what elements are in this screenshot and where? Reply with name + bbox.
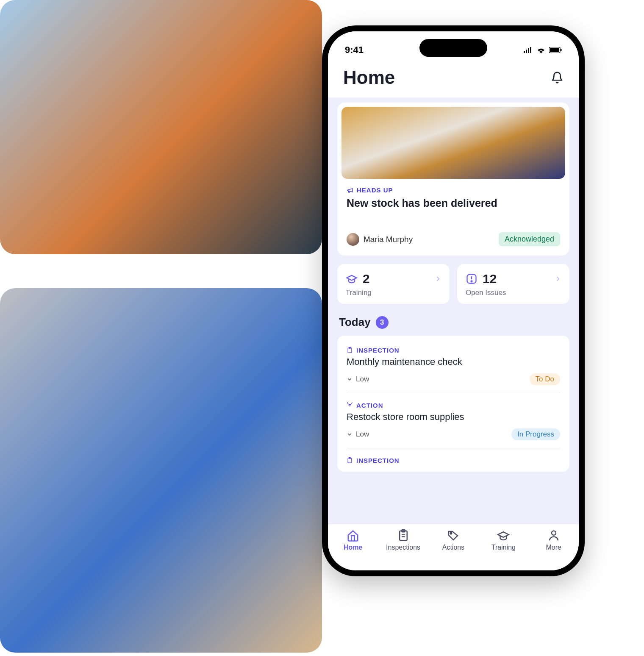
task-status: To Do [530, 373, 560, 385]
phone-notch [419, 39, 487, 57]
today-heading: Today 3 [339, 316, 568, 329]
today-count-pill: 3 [376, 316, 389, 329]
tab-more[interactable]: More [531, 529, 577, 551]
task-title: Monthly maintenance check [347, 356, 560, 367]
tab-home[interactable]: Home [330, 529, 376, 551]
svg-rect-0 [524, 51, 525, 53]
training-tile[interactable]: 2 Training [337, 264, 450, 304]
task-item[interactable]: INSPECTION Monthly maintenance check Low… [347, 338, 560, 393]
background-photo-worker [0, 0, 322, 254]
tab-bar: Home Inspections Actions Training More [328, 524, 579, 570]
wifi-icon [536, 47, 546, 53]
svg-rect-1 [526, 50, 527, 53]
graduation-cap-icon [497, 529, 510, 542]
graduation-cap-icon [346, 273, 358, 285]
task-priority[interactable]: Low [347, 375, 369, 384]
svg-point-9 [471, 281, 472, 282]
card-image-warehouse [341, 107, 565, 179]
person-icon [547, 529, 560, 542]
alert-icon [466, 273, 477, 285]
cellular-icon [524, 47, 533, 53]
svg-rect-3 [530, 47, 531, 53]
issues-count: 12 [483, 272, 497, 286]
tab-training[interactable]: Training [480, 529, 526, 551]
acknowledged-badge: Acknowledged [499, 232, 560, 246]
task-priority[interactable]: Low [347, 430, 369, 439]
heads-up-card[interactable]: HEADS UP New stock has been delivered Ma… [337, 103, 569, 256]
training-label: Training [346, 289, 441, 297]
training-count: 2 [363, 272, 370, 286]
clipboard-icon [347, 457, 353, 464]
task-title: Restock store room supplies [347, 411, 560, 423]
tab-actions[interactable]: Actions [430, 529, 476, 551]
heads-up-author: Maria Murphy [347, 233, 413, 246]
clipboard-icon [397, 529, 410, 542]
clipboard-icon [347, 347, 353, 353]
battery-icon [549, 47, 562, 53]
phone-frame: 9:41 Home HEADS UP New s [322, 25, 585, 576]
chevron-right-icon [434, 275, 442, 283]
svg-rect-2 [528, 48, 529, 53]
issues-label: Open Issues [466, 289, 561, 297]
page-title: Home [343, 67, 395, 88]
background-photo-manager [0, 288, 322, 653]
chevron-right-icon [554, 275, 562, 283]
notifications-icon[interactable] [551, 71, 564, 84]
page-header: Home [328, 61, 579, 97]
content-scroll[interactable]: HEADS UP New stock has been delivered Ma… [328, 97, 579, 524]
chevron-down-icon [347, 376, 353, 382]
svg-point-12 [347, 402, 352, 405]
svg-rect-5 [550, 48, 559, 52]
stat-row: 2 Training 12 Open Issues [337, 264, 569, 304]
tag-icon [447, 529, 460, 542]
check-circle-icon [347, 402, 353, 409]
heads-up-title: New stock has been delivered [347, 197, 560, 209]
task-type: ACTION [347, 402, 560, 409]
task-type: INSPECTION [347, 457, 560, 464]
heads-up-eyebrow: HEADS UP [347, 186, 560, 194]
task-item[interactable]: ACTION Restock store room supplies Low I… [347, 393, 560, 448]
status-time: 9:41 [345, 44, 364, 56]
task-item[interactable]: INSPECTION [347, 448, 560, 472]
home-icon [347, 529, 359, 542]
svg-point-19 [450, 533, 452, 534]
svg-point-20 [552, 531, 556, 535]
megaphone-icon [347, 187, 353, 194]
task-type: INSPECTION [347, 347, 560, 354]
phone-screen: 9:41 Home HEADS UP New s [328, 31, 579, 570]
tab-inspections[interactable]: Inspections [380, 529, 426, 551]
task-status: In Progress [511, 428, 560, 440]
open-issues-tile[interactable]: 12 Open Issues [457, 264, 569, 304]
task-list: INSPECTION Monthly maintenance check Low… [337, 336, 569, 472]
status-icons [524, 47, 562, 53]
avatar [347, 233, 359, 246]
chevron-down-icon [347, 431, 353, 437]
svg-rect-6 [561, 49, 562, 51]
